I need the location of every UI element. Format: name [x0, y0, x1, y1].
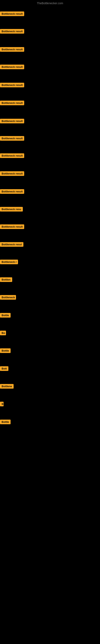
- bottleneck-badge-3: Bottleneck result: [0, 47, 24, 52]
- result-item-4[interactable]: Bottleneck result: [0, 64, 24, 70]
- result-item-10[interactable]: Bottleneck result: [0, 171, 24, 177]
- bottleneck-badge-16: Bottlen: [0, 277, 12, 282]
- site-title: TheBottlenecker.com: [0, 0, 100, 6]
- result-item-17[interactable]: Bottleneck: [0, 295, 16, 300]
- bottleneck-badge-20: Bottle: [0, 348, 11, 353]
- result-item-11[interactable]: Bottleneck result: [0, 189, 24, 194]
- bottleneck-badge-22: Bottlene: [0, 384, 14, 388]
- bottleneck-badge-17: Bottleneck: [0, 295, 16, 300]
- result-item-12[interactable]: Bottleneck resu: [0, 207, 23, 212]
- result-item-14[interactable]: Bottleneck resul: [0, 242, 23, 248]
- bottleneck-badge-24: Bottle: [0, 420, 11, 424]
- result-item-24[interactable]: Bottle: [0, 420, 11, 425]
- result-item-16[interactable]: Bottlen: [0, 277, 12, 283]
- result-item-23[interactable]: B: [0, 402, 3, 407]
- bottleneck-badge-6: Bottleneck result: [0, 100, 24, 105]
- bottleneck-badge-15: Bottleneck r: [0, 260, 18, 264]
- bottleneck-badge-9: Bottleneck result: [0, 153, 24, 158]
- bottleneck-badge-12: Bottleneck resu: [0, 207, 23, 212]
- result-item-15[interactable]: Bottleneck r: [0, 260, 18, 265]
- bottleneck-badge-21: Bott: [0, 366, 8, 371]
- result-item-18[interactable]: Bottle: [0, 313, 11, 318]
- bottleneck-badge-10: Bottleneck result: [0, 171, 24, 176]
- result-item-7[interactable]: Bottleneck result: [0, 119, 24, 124]
- bottleneck-badge-19: Bo: [0, 331, 6, 335]
- result-item-13[interactable]: Bottleneck result: [0, 224, 24, 230]
- result-item-9[interactable]: Bottleneck result: [0, 153, 24, 159]
- result-item-19[interactable]: Bo: [0, 331, 6, 336]
- bottleneck-badge-18: Bottle: [0, 313, 11, 318]
- result-item-20[interactable]: Bottle: [0, 348, 11, 354]
- result-item-3[interactable]: Bottleneck result: [0, 47, 24, 52]
- bottleneck-badge-7: Bottleneck result: [0, 119, 24, 123]
- bottleneck-badge-8: Bottleneck result: [0, 136, 24, 141]
- result-item-8[interactable]: Bottleneck result: [0, 136, 24, 142]
- bottleneck-badge-2: Bottleneck result: [0, 29, 24, 34]
- result-item-22[interactable]: Bottlene: [0, 384, 14, 390]
- bottleneck-badge-13: Bottleneck result: [0, 224, 24, 229]
- bottleneck-badge-11: Bottleneck result: [0, 189, 24, 194]
- bottleneck-badge-4: Bottleneck result: [0, 64, 24, 69]
- bottleneck-badge-14: Bottleneck resul: [0, 242, 23, 247]
- result-item-5[interactable]: Bottleneck result: [0, 83, 24, 88]
- result-item-21[interactable]: Bott: [0, 366, 8, 372]
- result-item-2[interactable]: Bottleneck result: [0, 29, 24, 34]
- bottleneck-badge-1: Bottleneck result: [0, 12, 24, 16]
- result-item-6[interactable]: Bottleneck result: [0, 100, 24, 106]
- result-item-1[interactable]: Bottleneck result: [0, 12, 24, 17]
- bottleneck-badge-23: B: [0, 402, 3, 406]
- bottleneck-badge-5: Bottleneck result: [0, 83, 24, 87]
